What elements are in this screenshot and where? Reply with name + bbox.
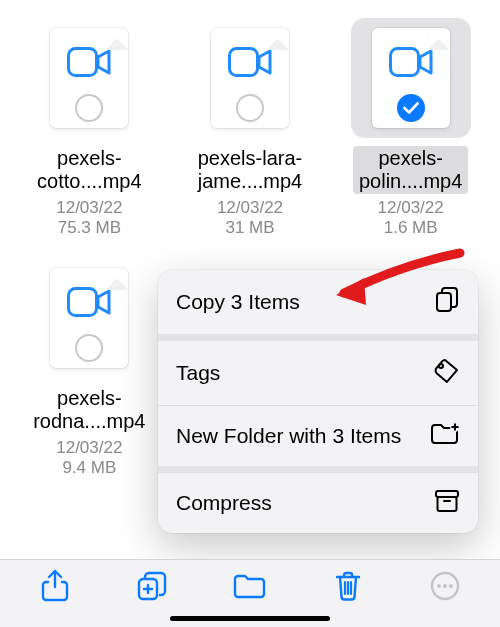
trash-icon [334,570,362,606]
selection-circle[interactable] [75,334,103,362]
duplicate-icon [136,570,168,606]
file-date: 12/03/22 [56,198,122,218]
video-icon [228,47,272,77]
menu-label: New Folder with 3 Items [176,424,421,448]
new-folder-icon [430,422,460,450]
file-name: pexels-lara-jame....mp4 [198,147,302,193]
tag-icon [432,357,460,389]
svg-rect-1 [229,49,257,76]
menu-compress[interactable]: Compress [158,466,478,533]
menu-copy[interactable]: Copy 3 Items [158,270,478,334]
svg-rect-0 [69,49,97,76]
more-icon [429,570,461,606]
file-size: 31 MB [225,218,274,238]
home-indicator[interactable] [170,616,330,621]
video-icon [67,287,111,317]
file-item[interactable]: pexels-polin....mp4 12/03/22 1.6 MB [335,18,486,238]
file-thumbnail [50,268,128,368]
file-item[interactable]: pexels-rodna....mp4 12/03/22 9.4 MB [14,258,165,478]
menu-label: Copy 3 Items [176,290,320,314]
menu-label: Tags [176,361,240,385]
svg-rect-3 [69,289,97,316]
video-icon [67,47,111,77]
svg-point-14 [449,584,453,588]
svg-point-5 [439,364,443,368]
file-date: 12/03/22 [378,198,444,218]
duplicate-button[interactable] [130,566,174,610]
file-size: 1.6 MB [384,218,438,238]
menu-new-folder[interactable]: New Folder with 3 Items [158,405,478,466]
context-menu: Copy 3 Items Tags New Folder with 3 Item… [158,270,478,533]
svg-point-12 [437,584,441,588]
file-name: pexels-rodna....mp4 [33,387,145,433]
file-name: pexels-cotto....mp4 [37,147,142,193]
selection-circle[interactable] [236,94,264,122]
file-thumbnail [211,28,289,128]
folder-icon [233,572,267,604]
svg-rect-2 [390,49,418,76]
file-date: 12/03/22 [56,438,122,458]
svg-point-13 [443,584,447,588]
archive-icon [434,489,460,517]
share-icon [41,569,69,607]
more-button[interactable] [423,566,467,610]
file-name: pexels-polin....mp4 [359,147,462,193]
video-icon [389,47,433,77]
file-size: 9.4 MB [62,458,116,478]
file-thumbnail [372,28,450,128]
trash-button[interactable] [326,566,370,610]
svg-rect-8 [438,497,457,511]
file-size: 75.3 MB [58,218,121,238]
file-item[interactable]: pexels-cotto....mp4 12/03/22 75.3 MB [14,18,165,238]
selection-circle[interactable] [75,94,103,122]
selection-circle-checked[interactable] [397,94,425,122]
copy-icon [434,286,460,318]
file-item[interactable]: pexels-lara-jame....mp4 12/03/22 31 MB [175,18,326,238]
folder-button[interactable] [228,566,272,610]
file-date: 12/03/22 [217,198,283,218]
menu-tags[interactable]: Tags [158,334,478,405]
svg-rect-4 [437,293,451,311]
menu-label: Compress [176,491,292,515]
share-button[interactable] [33,566,77,610]
file-thumbnail [50,28,128,128]
